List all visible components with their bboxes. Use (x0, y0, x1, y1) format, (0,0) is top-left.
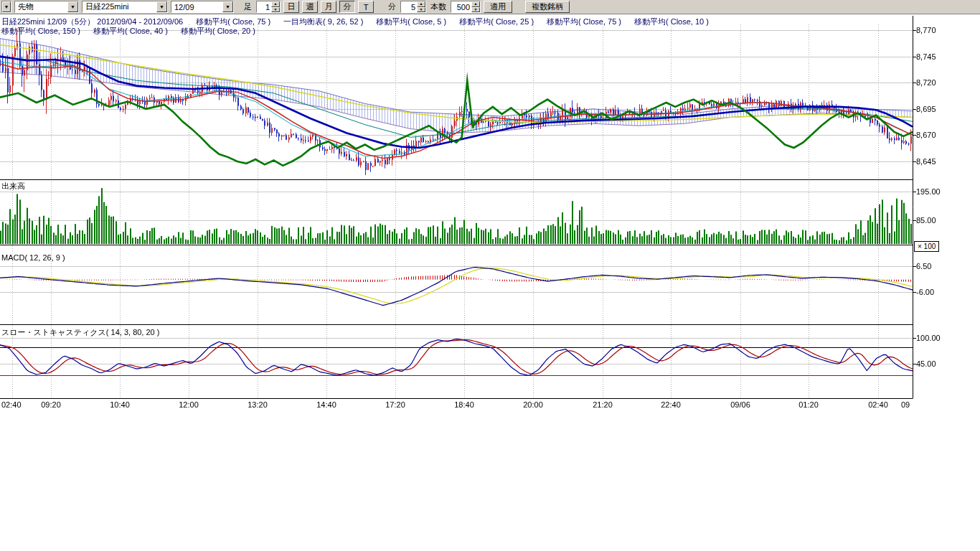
apply-button[interactable]: 適用 (484, 1, 512, 13)
chevron-down-icon: ▼ (222, 1, 233, 12)
indicator-label: 一目均衡表( 9, 26, 52 ) (283, 17, 363, 26)
x-axis-label: 21:20 (593, 400, 613, 409)
multi-symbol-button[interactable]: 複数銘柄 (525, 1, 570, 13)
indicator-label: 移動平均( Close, 10 ) (634, 17, 709, 26)
indicator-label: 移動平均( Close, 75 ) (196, 17, 270, 26)
y-axis-label: 8,720 (916, 78, 936, 87)
x-axis-label: 14:40 (316, 400, 336, 409)
x-axis-label: 02:40 (868, 400, 888, 409)
instrument-type-select[interactable]: 先物 ▼ (14, 1, 79, 13)
y-axis-label: 8,645 (916, 157, 936, 166)
y-axis-label: 100.00 (916, 334, 941, 342)
spin-up-icon[interactable]: ▲ (471, 1, 480, 7)
y-axis-label: 8,670 (916, 131, 936, 139)
period-minute-button[interactable]: 分 (339, 1, 355, 13)
instrument-select[interactable]: 日経225mini ▼ (82, 1, 168, 13)
x-axis-label: 17:20 (385, 400, 405, 409)
indicator-header-row-1: 日経225mini 12/09（5分） 2012/09/04 - 2012/09… (1, 17, 722, 26)
x-axis-label: 09 (901, 400, 910, 409)
bar-count-label: 本数 (429, 1, 448, 12)
instrument-value: 日経225mini (83, 1, 156, 12)
indicator-label: 移動平均( Close, 5 ) (376, 17, 446, 26)
partial-combo[interactable]: ▼ (1, 1, 11, 13)
toolbar: ▼ 先物 ▼ 日経225mini ▼ 12/09 ▼ 足 ▲ ▼ 日 週 月 分… (0, 0, 980, 14)
y-axis-label: 8,695 (916, 105, 936, 113)
indicator-label: 移動平均( Close, 75 ) (547, 17, 621, 26)
indicator-label: 日経225mini 12/09（5分） 2012/09/04 - 2012/09… (1, 17, 183, 26)
chevron-down-icon: ▼ (156, 1, 167, 12)
bar-interval-stepper[interactable]: ▲ ▼ (256, 1, 281, 13)
y-axis-label: -6.00 (916, 288, 934, 296)
indicator-header-row-2: 移動平均( Close, 150 )移動平均( Close, 40 )移動平均(… (1, 26, 722, 35)
y-axis-label: 45.00 (916, 359, 936, 368)
price-chart-canvas[interactable] (0, 14, 980, 416)
spin-down-icon[interactable]: ▼ (471, 7, 480, 13)
indicator-label: 移動平均( Close, 150 ) (1, 27, 80, 35)
bar-label: 足 (242, 1, 253, 12)
x-axis-label: 10:40 (110, 400, 130, 409)
indicator-label: 移動平均( Close, 20 ) (181, 27, 255, 35)
x-axis-label: 12:00 (179, 400, 199, 409)
volume-multiplier-badge: × 100 (914, 241, 939, 252)
instrument-type-value: 先物 (15, 1, 67, 12)
spin-up-icon[interactable]: ▲ (271, 1, 280, 7)
spin-down-icon[interactable]: ▼ (417, 7, 425, 13)
contract-month-value: 12/09 (171, 3, 222, 11)
macd-panel-label: MACD( 12, 26, 9 ) (1, 253, 65, 262)
trading-app-window: { "toolbar": { "instrument_type": "先物", … (0, 0, 980, 551)
spin-up-icon[interactable]: ▲ (417, 1, 425, 7)
y-axis-label: 8,770 (916, 26, 936, 34)
x-axis-label: 18:40 (454, 400, 474, 409)
x-axis-label: 01:20 (798, 400, 819, 409)
indicator-label: 移動平均( Close, 25 ) (459, 17, 534, 26)
contract-month-select[interactable]: 12/09 ▼ (171, 1, 234, 13)
bar-count-input[interactable] (451, 1, 471, 12)
y-axis-label: 6.50 (916, 262, 931, 270)
y-axis-label: 195.00 (916, 187, 941, 196)
x-axis-label: 02:40 (1, 400, 22, 409)
x-axis-label: 09/06 (730, 400, 750, 409)
chart-header: 日経225mini 12/09（5分） 2012/09/04 - 2012/09… (1, 17, 722, 35)
period-week-button[interactable]: 週 (302, 1, 318, 13)
bar-count-stepper[interactable]: ▲ ▼ (451, 1, 481, 13)
period-day-button[interactable]: 日 (283, 1, 299, 13)
y-axis-label: 8,745 (916, 52, 936, 61)
chevron-down-icon: ▼ (67, 1, 78, 12)
minute-input[interactable] (401, 1, 417, 12)
x-axis-label: 22:40 (661, 400, 681, 409)
minute-label: 分 (387, 1, 397, 12)
volume-panel-label: 出来高 (1, 181, 25, 192)
stochastics-panel-label: スロー・ストキャスティクス( 14, 3, 80, 20 ) (1, 327, 159, 338)
spin-down-icon[interactable]: ▼ (271, 7, 280, 13)
bar-interval-input[interactable] (257, 1, 271, 12)
x-axis-label: 09:20 (41, 400, 61, 409)
period-month-button[interactable]: 月 (321, 1, 336, 13)
y-axis-label: 85.00 (916, 216, 936, 225)
minute-stepper[interactable]: ▲ ▼ (400, 1, 426, 13)
chevron-down-icon: ▼ (2, 1, 11, 12)
period-tick-button[interactable]: T (358, 1, 374, 13)
indicator-label: 移動平均( Close, 40 ) (93, 27, 168, 35)
x-axis-label: 20:00 (523, 400, 543, 409)
x-axis-label: 13:20 (248, 400, 268, 409)
